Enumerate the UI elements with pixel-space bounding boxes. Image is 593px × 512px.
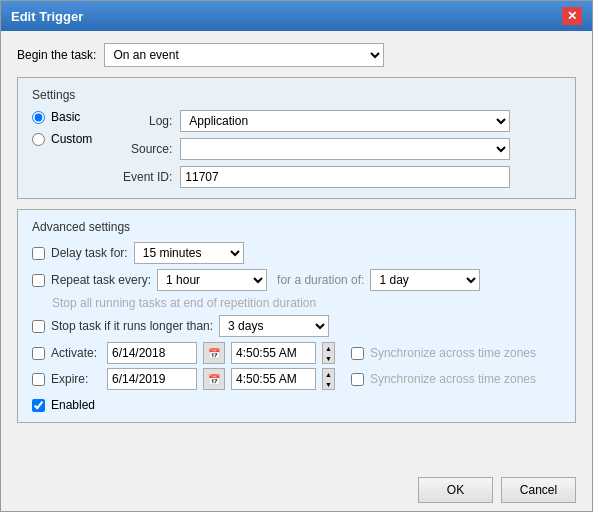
bottom-buttons: OK Cancel (1, 469, 592, 511)
basic-radio-item: Basic (32, 110, 92, 124)
settings-title: Settings (32, 88, 561, 102)
basic-radio[interactable] (32, 111, 45, 124)
event-id-input[interactable] (180, 166, 510, 188)
stop-task-row: Stop task if it runs longer than: 3 days (32, 315, 561, 337)
advanced-title: Advanced settings (32, 220, 561, 234)
repeat-select[interactable]: 1 hour (157, 269, 267, 291)
log-row: Log: Application (112, 110, 561, 132)
begin-task-label: Begin the task: (17, 48, 96, 62)
title-bar: Edit Trigger ✕ (1, 1, 592, 31)
enabled-label: Enabled (51, 398, 95, 412)
activate-label: Activate: (51, 346, 101, 360)
begin-task-row: Begin the task: On an event (17, 43, 576, 67)
stop-task-label: Stop task if it runs longer than: (51, 319, 213, 333)
repeat-checkbox[interactable] (32, 274, 45, 287)
source-label: Source: (112, 142, 172, 156)
source-select[interactable] (180, 138, 510, 160)
event-id-label: Event ID: (112, 170, 172, 184)
repeat-row: Repeat task every: 1 hour for a duration… (32, 269, 561, 291)
log-label: Log: (112, 114, 172, 128)
delay-label: Delay task for: (51, 246, 128, 260)
activate-date-input[interactable] (107, 342, 197, 364)
expire-checkbox[interactable] (32, 373, 45, 386)
stop-task-checkbox[interactable] (32, 320, 45, 333)
settings-group: Settings Basic Custom Log: Application (17, 77, 576, 199)
stop-task-select[interactable]: 3 days (219, 315, 329, 337)
dialog-title: Edit Trigger (11, 9, 83, 24)
dialog: Edit Trigger ✕ Begin the task: On an eve… (0, 0, 593, 512)
close-button[interactable]: ✕ (562, 7, 582, 25)
custom-radio-item: Custom (32, 132, 92, 146)
expire-time-down[interactable]: ▼ (323, 379, 334, 389)
advanced-group: Advanced settings Delay task for: 15 min… (17, 209, 576, 423)
expire-time-spin: ▲ ▼ (322, 368, 335, 390)
custom-label: Custom (51, 132, 92, 146)
enabled-checkbox[interactable] (32, 399, 45, 412)
stop-note: Stop all running tasks at end of repetit… (52, 296, 561, 310)
activate-time-spin: ▲ ▼ (322, 342, 335, 364)
expire-sync-label: Synchronize across time zones (370, 372, 536, 386)
activate-time-up[interactable]: ▲ (323, 343, 334, 353)
expire-time-input[interactable] (231, 368, 316, 390)
ok-button[interactable]: OK (418, 477, 493, 503)
delay-checkbox[interactable] (32, 247, 45, 260)
event-id-row: Event ID: (112, 166, 561, 188)
duration-label: for a duration of: (277, 273, 364, 287)
custom-radio[interactable] (32, 133, 45, 146)
delay-row: Delay task for: 15 minutes (32, 242, 561, 264)
activate-calendar-button[interactable]: 📅 (203, 342, 225, 364)
cancel-button[interactable]: Cancel (501, 477, 576, 503)
activate-sync-group: Synchronize across time zones (351, 346, 536, 360)
expire-date-input[interactable] (107, 368, 197, 390)
expire-label: Expire: (51, 372, 101, 386)
repeat-label: Repeat task every: (51, 273, 151, 287)
dialog-content: Begin the task: On an event Settings Bas… (1, 31, 592, 469)
expire-sync-checkbox[interactable] (351, 373, 364, 386)
enabled-row: Enabled (32, 398, 561, 412)
expire-calendar-button[interactable]: 📅 (203, 368, 225, 390)
duration-select[interactable]: 1 day (370, 269, 480, 291)
source-row: Source: (112, 138, 561, 160)
basic-label: Basic (51, 110, 80, 124)
expire-row: Expire: 📅 ▲ ▼ Synchronize across time zo… (32, 368, 561, 390)
activate-time-down[interactable]: ▼ (323, 353, 334, 363)
activate-sync-checkbox[interactable] (351, 347, 364, 360)
expire-sync-group: Synchronize across time zones (351, 372, 536, 386)
fields-group: Log: Application Source: Event ID: (112, 110, 561, 188)
delay-select[interactable]: 15 minutes (134, 242, 244, 264)
activate-row: Activate: 📅 ▲ ▼ Synchronize across time … (32, 342, 561, 364)
begin-task-select[interactable]: On an event (104, 43, 384, 67)
activate-checkbox[interactable] (32, 347, 45, 360)
activate-sync-label: Synchronize across time zones (370, 346, 536, 360)
radio-group: Basic Custom (32, 110, 92, 146)
log-select[interactable]: Application (180, 110, 510, 132)
expire-time-up[interactable]: ▲ (323, 369, 334, 379)
activate-time-input[interactable] (231, 342, 316, 364)
